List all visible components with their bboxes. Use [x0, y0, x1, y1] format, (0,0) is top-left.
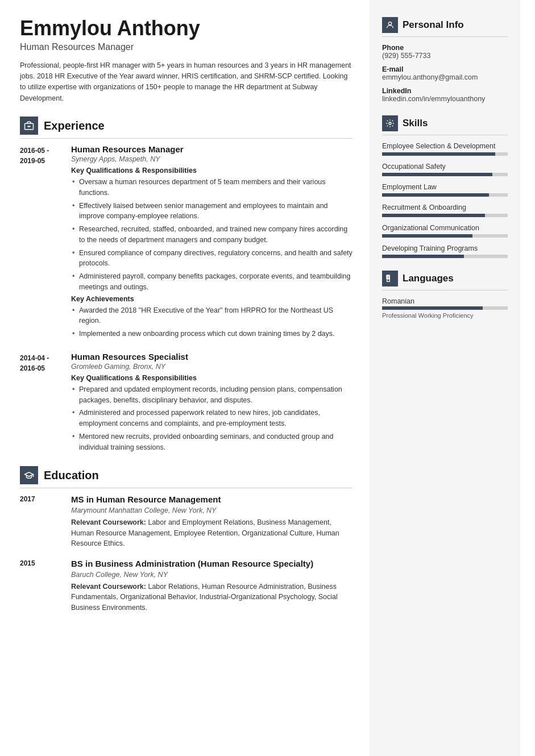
- linkedin-label: LinkedIn: [382, 87, 508, 95]
- exp-ach-heading-1: Key Achievements: [71, 295, 352, 303]
- linkedin-value: linkedin.com/in/emmylouanthony: [382, 95, 508, 103]
- skill-bar-fill: [382, 234, 472, 238]
- svg-point-4: [389, 122, 391, 124]
- skill-bar-bg: [382, 193, 508, 197]
- language-item: Romanian Professional Working Proficienc…: [382, 297, 508, 319]
- svg-point-3: [388, 22, 391, 25]
- list-item: Prepared and updated employment records,…: [71, 384, 352, 406]
- skill-bar-fill: [382, 173, 492, 176]
- skill-name: Recruitment & Onboarding: [382, 203, 508, 211]
- candidate-title: Human Resources Manager: [20, 42, 352, 52]
- edu-entry-2: 2015 BS in Business Administration (Huma…: [20, 558, 352, 613]
- edu-coursework-2: Relevant Coursework: Labor Relations, Hu…: [71, 581, 352, 613]
- summary-text: Professional, people-first HR manager wi…: [20, 60, 352, 105]
- exp-company-2: Gromleeb Gaming, Bronx, NY: [71, 363, 352, 371]
- skill-bar-fill: [382, 214, 485, 217]
- personal-info-title: Personal Info: [403, 19, 464, 31]
- languages-section: Languages Romanian Professional Working …: [382, 271, 508, 319]
- edu-school-1: Marymount Manhattan College, New York, N…: [71, 506, 352, 514]
- exp-job-title-1: Human Resources Manager: [71, 144, 352, 154]
- edu-entry-1: 2017 MS in Human Resource Management Mar…: [20, 494, 352, 549]
- exp-ach-list-1: Awarded the 2018 "HR Executive of the Ye…: [71, 305, 352, 339]
- skill-bar-bg: [382, 152, 508, 156]
- languages-icon: [382, 271, 398, 286]
- list-item: Administered and processed paperwork rel…: [71, 408, 352, 429]
- skill-item: Developing Training Programs: [382, 244, 508, 258]
- skill-item: Employment Law: [382, 183, 508, 197]
- skills-icon: [382, 115, 398, 131]
- skill-bar-fill: [382, 152, 495, 156]
- personal-info-icon: [382, 17, 398, 33]
- exp-entry-2: 2014-04 -2016-05 Human Resources Special…: [20, 352, 352, 455]
- list-item: Ensured compliance of company directives…: [71, 248, 352, 269]
- skill-item: Organizational Communication: [382, 224, 508, 238]
- skill-bar-fill: [382, 193, 489, 197]
- candidate-name: Emmylou Anthony: [20, 17, 352, 40]
- languages-header: Languages: [382, 271, 508, 290]
- list-item: Administered payroll, company benefits p…: [71, 271, 352, 293]
- list-item: Researched, recruited, staffed, onboarde…: [71, 224, 352, 246]
- education-section-header: Education: [20, 466, 352, 488]
- languages-list: Romanian Professional Working Proficienc…: [382, 297, 508, 319]
- phone-value: (929) 555-7733: [382, 52, 508, 60]
- skill-item: Employee Selection & Development: [382, 142, 508, 156]
- skills-header: Skills: [382, 115, 508, 135]
- edu-coursework-1: Relevant Coursework: Labor and Employmen…: [71, 517, 352, 549]
- email-item: E-mail emmylou.anthony@gmail.com: [382, 65, 508, 81]
- exp-date-1: 2016-05 -2019-05: [20, 144, 71, 342]
- email-value: emmylou.anthony@gmail.com: [382, 73, 508, 81]
- skill-item: Occupational Safety: [382, 163, 508, 176]
- phone-item: Phone (929) 555-7733: [382, 44, 508, 60]
- personal-info-section: Personal Info Phone (929) 555-7733 E-mai…: [382, 17, 508, 103]
- list-item: Mentored new recruits, provided onboardi…: [71, 431, 352, 453]
- language-bar-fill: [382, 306, 483, 310]
- edu-coursework-label-1: Relevant Coursework:: [71, 518, 146, 526]
- language-name: Romanian: [382, 297, 508, 305]
- exp-qual-heading-1: Key Qualifications & Responsibilities: [71, 167, 352, 175]
- skill-name: Developing Training Programs: [382, 244, 508, 252]
- personal-info-header: Personal Info: [382, 17, 508, 37]
- list-item: Oversaw a human resources department of …: [71, 177, 352, 198]
- skills-section: Skills Employee Selection & Development …: [382, 115, 508, 258]
- skill-name: Employment Law: [382, 183, 508, 191]
- skill-bar-fill: [382, 255, 464, 258]
- skill-bar-bg: [382, 214, 508, 217]
- languages-title: Languages: [403, 273, 454, 284]
- list-item: Awarded the 2018 "HR Executive of the Ye…: [71, 305, 352, 327]
- experience-icon: [20, 117, 38, 135]
- skills-list: Employee Selection & Development Occupat…: [382, 142, 508, 258]
- phone-label: Phone: [382, 44, 508, 52]
- skill-item: Recruitment & Onboarding: [382, 203, 508, 217]
- edu-year-2: 2015: [20, 558, 71, 613]
- exp-qual-list-2: Prepared and updated employment records,…: [71, 384, 352, 453]
- list-item: Implemented a new onboarding process whi…: [71, 329, 352, 339]
- experience-title: Experience: [44, 119, 105, 132]
- linkedin-item: LinkedIn linkedin.com/in/emmylouanthony: [382, 87, 508, 103]
- list-item: Effectively liaised between senior manag…: [71, 201, 352, 222]
- skill-name: Employee Selection & Development: [382, 142, 508, 150]
- edu-degree-1: MS in Human Resource Management: [71, 494, 352, 505]
- experience-section-header: Experience: [20, 117, 352, 139]
- edu-school-2: Baruch College, New York, NY: [71, 571, 352, 579]
- email-label: E-mail: [382, 65, 508, 73]
- skill-bar-bg: [382, 173, 508, 176]
- edu-degree-2: BS in Business Administration (Human Res…: [71, 558, 352, 570]
- skill-bar-bg: [382, 255, 508, 258]
- skill-bar-bg: [382, 234, 508, 238]
- education-title: Education: [44, 469, 99, 482]
- language-bar-bg: [382, 306, 508, 310]
- exp-entry-1: 2016-05 -2019-05 Human Resources Manager…: [20, 144, 352, 342]
- exp-date-2: 2014-04 -2016-05: [20, 352, 71, 455]
- language-level: Professional Working Proficiency: [382, 312, 508, 319]
- exp-company-1: Synergy Apps, Maspeth, NY: [71, 155, 352, 163]
- exp-qual-list-1: Oversaw a human resources department of …: [71, 177, 352, 293]
- edu-coursework-label-2: Relevant Coursework:: [71, 583, 146, 591]
- skill-name: Occupational Safety: [382, 163, 508, 171]
- edu-year-1: 2017: [20, 494, 71, 549]
- education-icon: [20, 466, 38, 484]
- exp-qual-heading-2: Key Qualifications & Responsibilities: [71, 374, 352, 382]
- skills-title: Skills: [403, 118, 428, 129]
- exp-job-title-2: Human Resources Specialist: [71, 352, 352, 362]
- skill-name: Organizational Communication: [382, 224, 508, 232]
